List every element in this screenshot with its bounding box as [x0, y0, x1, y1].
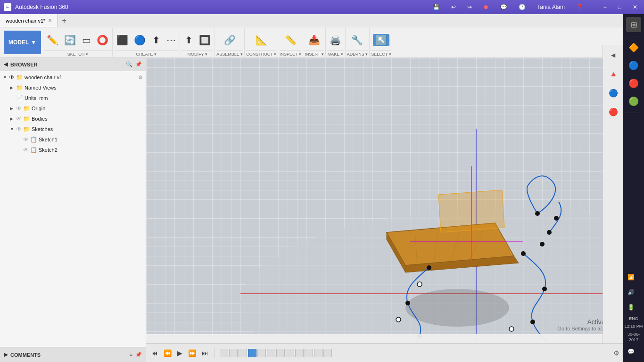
origin-arrow: ▶ — [10, 106, 15, 111]
redo-btn[interactable]: ↪ — [464, 3, 475, 11]
construct-plane-btn[interactable]: 📐 — [253, 34, 270, 46]
systray-wifi-btn[interactable]: 📶 — [623, 270, 638, 285]
sketches-arrow: ▼ — [10, 127, 15, 132]
close-btn[interactable]: ✕ — [630, 3, 640, 11]
fusion-expand-btn[interactable]: ◀ — [605, 47, 622, 64]
comments-pin-icon[interactable]: 📌 — [135, 352, 142, 358]
tree-sketches[interactable]: ▼ 👁 📁 Sketches — [0, 124, 146, 134]
sketch-rect-btn[interactable]: ▭ — [79, 34, 93, 46]
inspect-section: 📏 INSPECT ▾ — [278, 28, 303, 57]
systray-battery-btn[interactable]: 🔋 — [623, 300, 638, 315]
record-btn[interactable]: ⏺ — [480, 3, 492, 11]
pb-prev-btn[interactable]: ⏪ — [162, 348, 173, 358]
make-3dprint-btn[interactable]: 🖨️ — [327, 34, 344, 46]
tree-root[interactable]: ▼ 👁 📁 wooden chair v1 ⚙ — [0, 72, 146, 82]
sketch-section: ✏️ 🔄 ▭ ⭕ SKETCH ▾ — [43, 28, 113, 57]
new-tab-btn[interactable]: + — [58, 16, 70, 25]
browser-label: BROWSER — [10, 62, 37, 67]
modify-press-pull-btn[interactable]: ⬆ — [182, 34, 196, 46]
browser-header: ◀ BROWSER 🔍 📌 — [0, 58, 146, 71]
sketch1-label: Sketch1 — [39, 137, 143, 142]
cp11 — [540, 242, 545, 247]
systray-date: 30-06-2017 — [623, 330, 644, 344]
win-app1-btn[interactable]: 🔶 — [626, 40, 641, 55]
browser-tree: ▼ 👁 📁 wooden chair v1 ⚙ ▶ 📁 Named Views … — [0, 71, 146, 347]
units-icon: 📄 — [16, 95, 23, 101]
inspect-measure-btn[interactable]: 📏 — [282, 34, 299, 46]
sketch-circle-btn[interactable]: ⭕ — [94, 34, 111, 46]
modify-press-pull-icon: ⬆ — [185, 35, 193, 45]
tree-units: 📄 Units: mm — [0, 93, 146, 103]
cp1 — [427, 265, 431, 270]
win-app3-btn[interactable]: 🔴 — [626, 76, 641, 91]
browser-pin-btn[interactable]: 📌 — [135, 61, 142, 67]
cp7 — [530, 320, 535, 324]
pb-next-btn[interactable]: ⏩ — [187, 348, 198, 358]
tabbar: wooden chair v1* ✕ + ⌄ — [0, 14, 644, 27]
systray-volume-btn[interactable]: 🔊 — [623, 285, 638, 300]
minimize-btn[interactable]: − — [601, 3, 610, 11]
comments-section[interactable]: ▶ COMMENTS + 📌 — [0, 347, 146, 362]
tab-wooden-chair[interactable]: wooden chair v1* ✕ — [0, 14, 58, 27]
fusion-panel2-btn[interactable]: 🔵 — [605, 84, 622, 101]
make-section: 🖨️ MAKE ▾ — [326, 28, 346, 57]
hcp3 — [509, 327, 514, 331]
viewport[interactable]: ⌂ FRONT Y Activate Windows Go to S — [146, 58, 644, 362]
model-dropdown[interactable]: MODEL ▼ — [4, 31, 41, 54]
finish-sketch-btn[interactable]: 🔄 — [62, 34, 78, 46]
construct-label: CONSTRUCT ▾ — [246, 50, 276, 57]
browser-collapse-btn[interactable]: ◀ — [4, 61, 8, 67]
make-3dprint-icon: 🖨️ — [330, 35, 341, 45]
maximize-btn[interactable]: □ — [615, 3, 624, 11]
tree-origin[interactable]: ▶ 👁 📁 Origin — [0, 103, 146, 114]
origin-eye-icon: 👁 — [16, 105, 22, 112]
root-icon: 👁 — [9, 74, 15, 81]
comment-btn[interactable]: 💬 — [497, 3, 510, 11]
modify-fillet-btn[interactable]: 🔲 — [197, 34, 213, 46]
assemble-joint-btn[interactable]: 🔗 — [222, 34, 238, 46]
fusion-panel3-btn[interactable]: 🔴 — [605, 103, 622, 120]
hcp2 — [396, 317, 401, 322]
add-ins-btn[interactable]: 🔧 — [349, 34, 365, 46]
add-ins-label: ADD-INS ▾ — [347, 50, 368, 57]
tree-sketch2[interactable]: 👁 📋 Sketch2 — [0, 145, 146, 155]
history-btn[interactable]: 🕐 — [516, 3, 528, 11]
pb-first-btn[interactable]: ⏮ — [150, 348, 159, 358]
pb-last-btn[interactable]: ⏭ — [200, 348, 210, 358]
win-app2-btn[interactable]: 🔵 — [626, 58, 641, 73]
win-start-btn[interactable]: ⊞ — [626, 17, 641, 32]
origin-folder-icon: 📁 — [23, 105, 30, 112]
comments-label: COMMENTS — [10, 352, 41, 358]
fusion-side-panel: ◀ 🔺 🔵 🔴 — [603, 45, 623, 343]
comments-add-icon[interactable]: + — [130, 352, 132, 358]
app-title: Autodesk Fusion 360 — [15, 4, 68, 10]
user-btn[interactable]: Tania Alam — [534, 3, 568, 11]
create-box-btn[interactable]: ⬛ — [114, 34, 131, 46]
modify-fillet-icon: 🔲 — [199, 35, 211, 45]
sketch-rect-icon: ▭ — [82, 35, 91, 45]
create-extrude-btn[interactable]: ⬆ — [149, 34, 163, 46]
select-btn[interactable]: ↖️ — [373, 34, 389, 46]
pb-settings-btn[interactable]: ⚙ — [613, 349, 619, 357]
tab-close-btn[interactable]: ✕ — [48, 18, 52, 23]
model-arrow: ▼ — [31, 39, 36, 46]
named-views-icon: 📁 — [16, 84, 23, 91]
pb-play-btn[interactable]: ▶ — [176, 348, 184, 358]
insert-btn[interactable]: 📥 — [306, 34, 322, 46]
tree-named-views[interactable]: ▶ 📁 Named Views — [0, 82, 146, 93]
systray-notification-btn[interactable]: 💬 — [623, 344, 638, 359]
new-file-btn[interactable]: 💾 — [430, 3, 443, 11]
frame-icon4 — [257, 349, 266, 357]
fusion-panel1-btn[interactable]: 🔺 — [605, 66, 622, 82]
help-btn[interactable]: ❓ — [573, 3, 586, 11]
tree-sketch1[interactable]: 👁 📋 Sketch1 — [0, 134, 146, 145]
insert-section: 📥 INSERT ▾ — [303, 28, 325, 57]
create-cylinder-btn[interactable]: 🔵 — [132, 34, 148, 46]
create-more-btn[interactable]: ⋯ — [164, 34, 178, 46]
tree-bodies[interactable]: ▶ 👁 📁 Bodies — [0, 114, 146, 124]
win-app4-btn[interactable]: 🟢 — [626, 94, 641, 109]
browser-search-btn[interactable]: 🔍 — [126, 61, 132, 67]
modify-label: MODIFY ▾ — [182, 50, 213, 57]
sketch-btn[interactable]: ✏️ — [44, 34, 61, 46]
undo-btn[interactable]: ↩ — [448, 3, 459, 11]
